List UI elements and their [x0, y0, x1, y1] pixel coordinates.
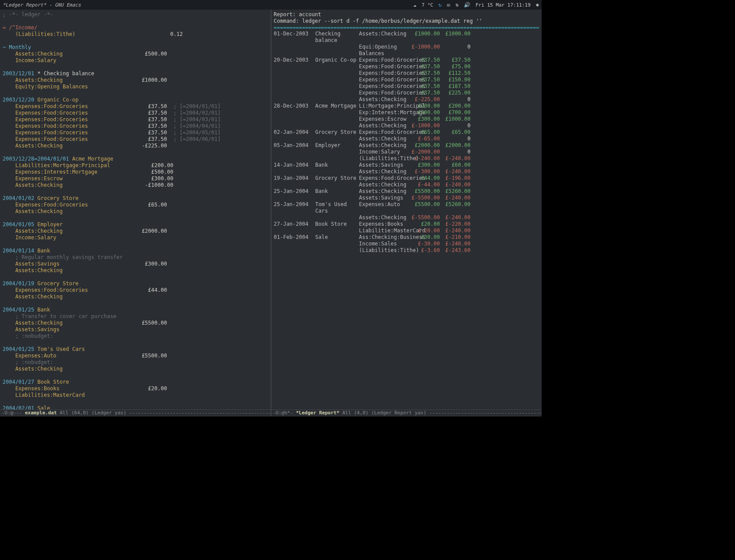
source-line[interactable]: Assets:Savings [3, 326, 268, 333]
report-row[interactable]: 27-Jan-2004Book StoreExpenses:Books£20.0… [274, 221, 539, 228]
source-line[interactable]: 2004/01/14 Bank [3, 248, 268, 254]
report-row[interactable]: (Liabilities:Tithe)£-240.00£-240.00 [274, 155, 539, 162]
report-row[interactable]: Expens:Food:Groceries£37.50£225.00 [274, 90, 539, 96]
report-row[interactable]: Assets:Checking£-225.000 [274, 96, 539, 103]
source-line[interactable]: ; Transfer to cover car purchase [3, 313, 268, 320]
source-line[interactable]: 2004/01/19 Grocery Store [3, 280, 268, 287]
source-line[interactable]: Expenses:Food:Groceries £37.50 ; [=2004/… [3, 130, 268, 136]
report-row[interactable]: Expens:Food:Groceries£37.50£187.50 [274, 83, 539, 90]
report-row[interactable]: 20-Dec-2003Organic Co-opExpens:Food:Groc… [274, 57, 539, 63]
source-line[interactable] [3, 18, 268, 24]
source-line[interactable]: ; :nobudget: [3, 333, 268, 340]
report-row[interactable]: 01-Dec-2003Checking balanceAssets:Checki… [274, 31, 539, 44]
source-line[interactable]: Assets:Checking [3, 294, 268, 300]
source-line[interactable]: Equity:Opening Balances [3, 84, 268, 90]
report-row[interactable]: 19-Jan-2004Grocery StoreExpens:Food:Groc… [274, 175, 539, 182]
report-row[interactable]: 01-Feb-2004SaleAss:Checking:Business£30.… [274, 234, 539, 241]
source-line[interactable]: 2004/01/25 Tom's Used Cars [3, 346, 268, 353]
source-line[interactable]: Expenses:Food:Groceries £65.00 [3, 202, 268, 208]
source-line[interactable] [3, 274, 268, 280]
source-line[interactable]: Income:Salary [3, 234, 268, 241]
source-line[interactable] [3, 64, 268, 70]
source-line[interactable]: ~ Monthly [3, 44, 268, 51]
source-line[interactable]: (Liabilities:Tithe) 0.12 [3, 31, 268, 38]
report-row[interactable]: 14-Jan-2004BankAssets:Savings£300.00£60.… [274, 162, 539, 168]
source-line[interactable] [3, 340, 268, 346]
source-line[interactable]: Expenses:Food:Groceries £37.50 ; [=2004/… [3, 110, 268, 116]
report-row[interactable]: Equi:Opening Balances£-1000.000 [274, 44, 539, 57]
source-line[interactable]: Expenses:Books £20.00 [3, 385, 268, 392]
report-row[interactable]: 05-Jan-2004EmployerAssets:Checking£2000.… [274, 142, 539, 149]
source-line[interactable]: 2004/01/02 Grocery Store [3, 195, 268, 202]
source-line[interactable]: Assets:Checking [3, 208, 268, 215]
source-line[interactable]: Assets:Checking £2000.00 [3, 228, 268, 234]
source-line[interactable] [3, 215, 268, 221]
source-line[interactable]: ; :nobudget: [3, 359, 268, 366]
settings-icon[interactable]: ✺ [536, 2, 539, 8]
source-line[interactable]: Liabilities:Mortgage:Principal £200.00 [3, 162, 268, 169]
source-line[interactable]: Liabilities:MasterCard [3, 392, 268, 399]
source-line[interactable] [3, 38, 268, 44]
source-line[interactable]: Assets:Checking [3, 366, 268, 372]
report-row[interactable]: 25-Jan-2004BankAssets:Checking£5500.00£5… [274, 188, 539, 195]
report-row[interactable]: 28-Dec-2003Acme MortgageLi:Mortgage:Prin… [274, 103, 539, 109]
source-line[interactable]: 2003/12/28=2004/01/01 Acme Mortgage [3, 156, 268, 162]
report-row[interactable]: Assets:Checking£-1000.000 [274, 122, 539, 129]
source-line[interactable]: Expenses:Interest:Mortgage £500.00 [3, 169, 268, 175]
report-row[interactable]: 25-Jan-2004Tom's Used CarsExpenses:Auto£… [274, 201, 539, 214]
source-line[interactable]: 2003/12/20 Organic Co-op [3, 97, 268, 103]
source-line[interactable] [3, 241, 268, 248]
source-line[interactable]: ; -*- ledger -*- [3, 11, 268, 18]
source-line[interactable]: 2004/01/25 Bank [3, 307, 268, 313]
source-line[interactable] [3, 399, 268, 405]
report-row[interactable]: Assets:Checking£-65.000 [274, 136, 539, 142]
source-line[interactable]: Expenses:Food:Groceries £37.50 ; [=2004/… [3, 123, 268, 130]
report-row[interactable]: Assets:Checking£-5500.00£-240.00 [274, 214, 539, 221]
source-line[interactable] [3, 149, 268, 156]
source-line[interactable]: Expenses:Food:Groceries £37.50 ; [=2004/… [3, 136, 268, 143]
network-icon[interactable]: ⇅ [455, 2, 458, 8]
report-row[interactable]: (Liabilities:Tithe)£-3.60£-243.60 [274, 247, 539, 254]
report-row[interactable]: Expenses:Escrow£300.00£1000.00 [274, 116, 539, 122]
source-line[interactable]: Assets:Checking £1000.00 [3, 77, 268, 84]
report-row[interactable]: Assets:Checking£-300.00£-240.00 [274, 168, 539, 175]
ledger-source-pane[interactable]: ; -*- ledger -*- = /^Income/ (Liabilitie… [0, 10, 271, 416]
report-row[interactable]: Expens:Food:Groceries£37.50£112.50 [274, 70, 539, 77]
source-line[interactable]: Assets:Savings £300.00 [3, 261, 268, 267]
report-row[interactable]: Assets:Checking£-44.00£-240.00 [274, 182, 539, 188]
source-line[interactable]: Assets:Checking £5500.00 [3, 320, 268, 326]
source-line[interactable] [3, 372, 268, 379]
report-row[interactable]: 02-Jan-2004Grocery StoreExpens:Food:Groc… [274, 129, 539, 136]
ledger-report-pane[interactable]: Report: account Command: ledger --sort d… [271, 10, 542, 416]
report-row[interactable]: Income:Sales£-30.00£-240.00 [274, 241, 539, 247]
source-line[interactable]: Assets:Checking -£225.00 [3, 143, 268, 149]
report-row[interactable]: Exp:Interest:Mortgage£500.00£700.00 [274, 109, 539, 116]
source-line[interactable]: Expenses:Food:Groceries £44.00 [3, 287, 268, 294]
source-line[interactable]: Expenses:Escrow £300.00 [3, 175, 268, 182]
source-line[interactable]: Assets:Checking -£1000.00 [3, 182, 268, 189]
report-row[interactable]: Expens:Food:Groceries£37.50£75.00 [274, 63, 539, 70]
window-title: *Ledger Report* - GNU Emacs [3, 2, 413, 8]
row-balance: £5260.00 [440, 201, 471, 214]
source-line[interactable]: ; Regular monthly savings transfer [3, 254, 268, 261]
report-row[interactable]: Liabilitie:MasterCard£-20.00£-240.00 [274, 228, 539, 234]
source-line[interactable]: Income:Salary [3, 57, 268, 64]
volume-icon[interactable]: 🔊 [464, 2, 470, 8]
source-line[interactable]: Expenses:Food:Groceries £37.50 ; [=2004/… [3, 116, 268, 123]
source-line[interactable] [3, 90, 268, 97]
source-line[interactable]: = /^Income/ [3, 24, 268, 31]
source-line[interactable]: Expenses:Food:Groceries £37.50 ; [=2004/… [3, 103, 268, 110]
source-line[interactable]: 2004/01/05 Employer [3, 221, 268, 228]
source-line[interactable] [3, 189, 268, 195]
refresh-icon[interactable]: ↻ [438, 2, 441, 8]
report-row[interactable]: Assets:Savings£-5500.00£-240.00 [274, 195, 539, 201]
source-line[interactable]: 2004/01/27 Book Store [3, 379, 268, 385]
source-line[interactable]: Assets:Checking £500.00 [3, 51, 268, 57]
report-row[interactable]: Income:Salary£-2000.000 [274, 149, 539, 155]
source-line[interactable]: Assets:Checking [3, 267, 268, 274]
mail-icon[interactable]: ✉ [447, 2, 450, 8]
source-line[interactable] [3, 300, 268, 307]
report-row[interactable]: Expens:Food:Groceries£37.50£150.00 [274, 77, 539, 83]
source-line[interactable]: 2003/12/01 * Checking balance [3, 70, 268, 77]
source-line[interactable]: Expenses:Auto £5500.00 [3, 353, 268, 359]
